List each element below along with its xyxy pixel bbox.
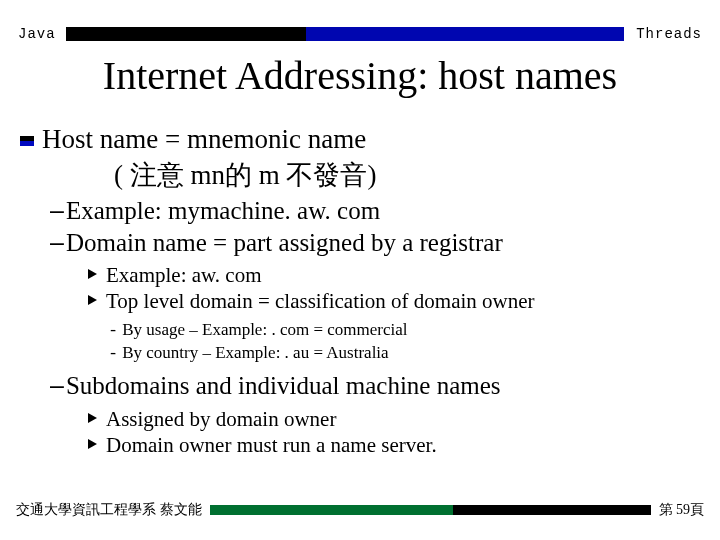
bullet-text: By country – Example: . au = Australia (122, 343, 388, 362)
bullet-level3: Top level domain = classification of dom… (86, 288, 690, 314)
bullet-level3: Domain owner must run a name server. (86, 432, 690, 458)
slide: Java Threads Internet Addressing: host n… (0, 0, 720, 540)
bullet-text: ( 注意 mn的 m 不發音) (114, 160, 377, 190)
bullet-text: By usage – Example: . com = commercial (122, 320, 407, 339)
bullet-text: Example: mymachine. aw. com (66, 197, 380, 224)
slide-title: Internet Addressing: host names (0, 52, 720, 99)
level4-group: -By usage – Example: . com = commercial … (108, 319, 690, 367)
bullet-level1-cont: ( 注意 mn的 m 不發音) (20, 157, 690, 193)
bullet-text: Subdomains and individual machine names (66, 372, 501, 399)
bullet-level2: –Subdomains and individual machine names (50, 370, 690, 402)
bullet-level3: Assigned by domain owner (86, 406, 690, 432)
footer-left-label: 交通大學資訊工程學系 蔡文能 (16, 501, 202, 519)
bullet-level3: Example: aw. com (86, 262, 690, 288)
bullet-text: Assigned by domain owner (106, 407, 336, 431)
dash-icon: - (108, 344, 118, 363)
bullet-text: Top level domain = classification of dom… (106, 289, 535, 313)
bullet-level2: –Example: mymachine. aw. com (50, 195, 690, 227)
bullet-level4: -By usage – Example: . com = commercial (108, 319, 690, 343)
bullet-level4: -By country – Example: . au = Australia (108, 342, 690, 366)
footer-band: 交通大學資訊工程學系 蔡文能 第 59頁 (16, 500, 704, 520)
level3-group: Assigned by domain owner Domain owner mu… (86, 406, 690, 459)
header-right-label: Threads (630, 26, 702, 42)
header-band: Java Threads (18, 24, 702, 44)
dash-icon: – (50, 196, 64, 224)
bullet-level1: Host name = mnemonic name (20, 124, 690, 155)
footer-right-label: 第 59頁 (659, 501, 705, 519)
bullet-text: Example: aw. com (106, 263, 262, 287)
bullet-text: Domain owner must run a name server. (106, 433, 437, 457)
slide-content: Host name = mnemonic name ( 注意 mn的 m 不發音… (42, 124, 690, 462)
dash-icon: – (50, 228, 64, 256)
bullet-level2: –Domain name = part assigned by a regist… (50, 227, 690, 259)
bullet-text: Host name = mnemonic name (42, 124, 366, 154)
header-left-label: Java (18, 26, 60, 42)
dash-icon: - (108, 321, 118, 340)
dash-icon: – (50, 371, 64, 399)
footer-bar (210, 505, 651, 515)
header-bar (66, 27, 624, 41)
bullet-text: Domain name = part assigned by a registr… (66, 229, 503, 256)
level3-group: Example: aw. com Top level domain = clas… (86, 262, 690, 315)
